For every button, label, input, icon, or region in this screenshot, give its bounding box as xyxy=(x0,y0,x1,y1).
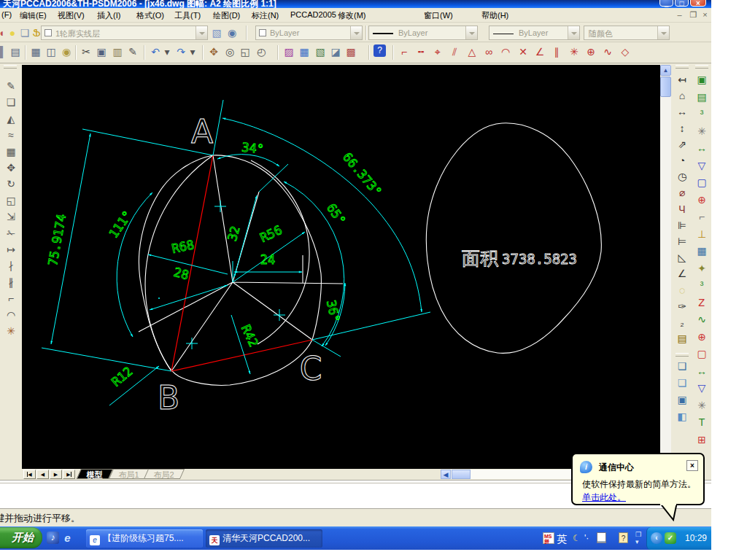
layer-freeze-checkbox[interactable] xyxy=(44,29,52,36)
rotate-icon[interactable]: ↻ xyxy=(4,176,18,191)
linetype-combo-dropdown[interactable] xyxy=(465,26,477,39)
snap-nearest-icon[interactable]: ∿ xyxy=(600,44,615,59)
erase-icon[interactable]: ✎ xyxy=(4,79,18,93)
drawing-canvas[interactable]: A B C 面积 3738.5823 75.9174 111° 34° 66.3… xyxy=(22,65,660,469)
lang-indicator[interactable]: 英 xyxy=(557,533,567,546)
dim-leader-icon[interactable]: ◺ xyxy=(675,250,689,265)
menu-2[interactable]: 视图(V) xyxy=(58,10,85,21)
curve-icon[interactable]: Ꮓ xyxy=(694,295,709,310)
snap-quadrant-icon[interactable]: ∠ xyxy=(533,44,547,59)
matchprops-icon[interactable]: ✎ xyxy=(125,44,140,59)
balloon-link[interactable]: 单击此处。 xyxy=(582,491,626,504)
layer-states-icon[interactable]: ▧ xyxy=(209,26,224,40)
block-star-icon[interactable]: ✦ xyxy=(694,261,709,276)
chamfer-icon[interactable]: ⌐ xyxy=(4,291,18,306)
task-button-2[interactable]: 天清华天河PCCAD200... xyxy=(206,529,322,548)
help-tray-icon[interactable]: ? xyxy=(619,532,628,543)
tab-prev-button[interactable]: ◀ xyxy=(36,470,49,479)
layer-lock-icon[interactable]: Ֆ xyxy=(29,26,44,40)
pan-icon[interactable]: ✥ xyxy=(206,44,221,59)
snap-intersection-icon[interactable]: △ xyxy=(465,44,479,59)
break-point-icon[interactable]: ∤ xyxy=(4,258,18,273)
trim-icon[interactable]: ✁ xyxy=(4,226,18,241)
title-bar[interactable]: 天河PCCAD2006&TH-PSDM2006 - [jx46.dwg 图幅: … xyxy=(0,0,711,8)
moon-icon[interactable]: ☾ xyxy=(573,533,581,543)
snap-center-icon[interactable]: ✕ xyxy=(516,44,530,59)
copyclip2-icon[interactable]: ❏ xyxy=(675,376,689,390)
block-lib-icon[interactable]: ▦ xyxy=(694,244,709,258)
roughness-icon[interactable]: ▽ xyxy=(694,158,709,173)
scroll-up-button[interactable]: ▲ xyxy=(660,65,671,76)
menu-9[interactable]: 修改(M) xyxy=(338,10,366,21)
task-button-1[interactable]: e【进阶级练习题75.... xyxy=(86,529,203,548)
start-button[interactable]: 开始 xyxy=(0,527,42,548)
layer-combo-dropdown[interactable] xyxy=(196,26,207,39)
title-block-icon[interactable]: ▤ xyxy=(694,90,709,104)
fillet-icon[interactable]: ◠ xyxy=(4,308,18,322)
dim-angular-icon[interactable]: ∠ xyxy=(675,266,689,281)
menu-10[interactable]: 窗口(W) xyxy=(424,10,453,21)
vertical-scroll-thumb[interactable] xyxy=(660,77,671,97)
tab-layout2[interactable]: 布局2 xyxy=(144,469,185,479)
help-icon[interactable]: ? xyxy=(374,44,386,57)
wizard2-icon[interactable]: ✳ xyxy=(694,398,709,413)
stretch-icon[interactable]: ⇲ xyxy=(4,209,18,224)
mdi-restore-button[interactable]: ❐ xyxy=(688,10,699,20)
dim-update-icon[interactable]: ▤ xyxy=(675,331,689,346)
dim-tolerance-icon[interactable]: Ч xyxy=(675,202,689,217)
dim-length-icon[interactable]: ↔ xyxy=(675,104,689,119)
sheetset-icon[interactable]: ◪ xyxy=(328,44,343,59)
snap-tangent-icon[interactable]: ∥ xyxy=(549,44,564,59)
palette-icon[interactable]: ▨ xyxy=(282,44,296,59)
table-icon[interactable]: ▦ xyxy=(297,44,311,59)
preview-icon[interactable]: ◫ xyxy=(44,44,58,59)
tab-model[interactable]: 模型 xyxy=(77,469,113,479)
copy-clip-icon[interactable]: ▣ xyxy=(94,44,109,59)
horizontal-scroll-thumb[interactable] xyxy=(452,470,471,479)
serial2-icon[interactable]: ³ xyxy=(694,278,709,292)
tolerance-box-icon[interactable]: ▢ xyxy=(694,175,709,190)
maximize-button[interactable]: □ xyxy=(675,0,689,7)
publish-icon[interactable]: ◉ xyxy=(59,44,74,59)
dim-diameter-icon[interactable]: ⌀ xyxy=(675,185,689,200)
snap-from-icon[interactable]: ╍ xyxy=(414,44,428,59)
roughness2-icon[interactable]: ▽ xyxy=(694,381,709,395)
centerline-icon[interactable]: ⊕ xyxy=(694,192,709,207)
dim-baseline-icon[interactable]: ⊫ xyxy=(675,218,689,233)
mdi-close-button[interactable]: × xyxy=(700,10,711,20)
paste-icon[interactable]: ▥ xyxy=(110,44,125,59)
menu-1[interactable]: 编辑(E) xyxy=(20,10,47,21)
security-shield-icon[interactable]: ✓ xyxy=(665,532,676,544)
save-icon[interactable]: ▤ xyxy=(8,44,23,59)
snap-perpendicular-icon[interactable]: ✳ xyxy=(567,44,581,59)
dim-arc-icon[interactable]: ◔ xyxy=(675,153,689,168)
vertical-scrollbar[interactable]: ▲ ▼ xyxy=(660,65,671,469)
zoom-previous-icon[interactable]: ◴ xyxy=(254,44,268,59)
dim-center-icon[interactable]: ◌ xyxy=(675,283,689,298)
dim-radius-icon[interactable]: ◷ xyxy=(675,169,689,184)
wizard-icon[interactable]: ✳ xyxy=(694,124,709,139)
weld-icon[interactable]: ⊥ xyxy=(694,227,709,241)
mdi-minimize-button[interactable]: – xyxy=(674,10,685,20)
snap-settings-icon[interactable]: ◇ xyxy=(618,44,632,59)
quicklaunch-icon-1[interactable]: ♪ xyxy=(47,532,59,544)
text-icon[interactable]: T xyxy=(694,415,709,429)
tab-last-button[interactable]: ▶ xyxy=(63,470,75,479)
redo-drop-icon[interactable]: ▾ xyxy=(185,44,200,59)
menu-6[interactable]: 绘图(D) xyxy=(213,10,240,21)
scroll-left-button[interactable]: ◀ xyxy=(441,470,451,479)
angle-line-icon[interactable]: ⌐ xyxy=(694,209,709,224)
move-icon[interactable]: ✥ xyxy=(4,160,18,175)
copyclip4-icon[interactable]: ◧ xyxy=(675,409,689,424)
tray-collapse-chevron[interactable]: ‹ xyxy=(651,532,662,544)
dim-linear-icon[interactable]: ↤ xyxy=(675,72,689,87)
text-curve-icon[interactable]: ∿ xyxy=(694,312,709,327)
menu-7[interactable]: 标注(N) xyxy=(252,10,279,21)
snap-midpoint-icon[interactable]: ⫽ xyxy=(447,44,462,59)
color-combo-dropdown[interactable] xyxy=(350,26,362,39)
snap-extension-icon[interactable]: ◠ xyxy=(498,44,513,59)
scale-icon[interactable]: ◱ xyxy=(4,193,18,208)
tab-next-button[interactable]: ▶ xyxy=(50,470,62,479)
snap-node-icon[interactable]: ⊕ xyxy=(584,44,598,59)
menu-11[interactable]: 帮助(H) xyxy=(481,10,508,21)
